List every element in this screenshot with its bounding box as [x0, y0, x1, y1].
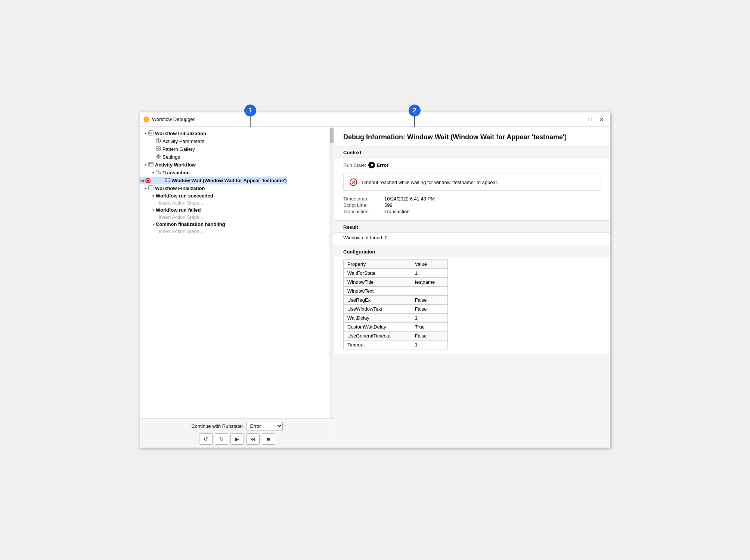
- config-property: UseGeneralTimeout: [344, 332, 411, 340]
- tree-item-pattern-gallery[interactable]: Pattern Gallery: [140, 145, 334, 153]
- config-table-row: WindowText: [344, 287, 448, 296]
- script-line-label: Script Line:: [343, 202, 384, 208]
- debug-header: Debug Information: Window Wait (Window W…: [334, 127, 610, 146]
- tree-item-insert-action-3: Insert Action Steps...: [140, 228, 334, 235]
- run-state-row: Run State: ✕ Error: [343, 160, 601, 171]
- arrow-icon: ▾: [151, 194, 156, 198]
- workflow-tree[interactable]: ▾ Workflow Initialization: [140, 127, 334, 419]
- config-property: WaitDelay: [344, 314, 411, 323]
- svg-rect-20: [159, 172, 161, 174]
- config-value: False: [411, 332, 447, 340]
- tree-label-pattern-gallery: Pattern Gallery: [162, 146, 195, 152]
- arrow-icon: ▾: [151, 208, 156, 212]
- main-content: ▾ Workflow Initialization: [140, 127, 610, 448]
- runstate-row: Continue with Runstate: Error Success No…: [191, 422, 282, 430]
- config-table-row: WaitForState1: [344, 269, 448, 278]
- stop-button[interactable]: ■: [262, 433, 275, 445]
- svg-rect-19: [156, 171, 158, 172]
- breakpoint-icon: [145, 178, 151, 183]
- transaction-label: Transaction:: [343, 209, 384, 214]
- runstate-select[interactable]: Error Success Normal: [246, 422, 283, 430]
- tree-item-insert-action-1: Insert Action Steps...: [140, 199, 334, 206]
- tree-label-settings: Settings: [162, 154, 180, 160]
- tree-item-workflow-init[interactable]: ▾ Workflow Initialization: [140, 130, 334, 137]
- config-value: 1: [411, 269, 447, 278]
- window-wait-icon: [165, 177, 170, 184]
- tree-item-activity-workflow[interactable]: ▾ Activity Workflow: [140, 161, 334, 169]
- svg-point-23: [168, 178, 170, 179]
- meta-grid: Timestamp: 10/24/2022 6:41:43 PM Script …: [343, 195, 601, 216]
- main-window: Workflow Debugger — □ ✕ ▾: [140, 112, 610, 448]
- pattern-gallery-icon: [156, 146, 161, 152]
- window-title: Workflow Debugger: [152, 116, 570, 122]
- arrow-icon: ▾: [151, 171, 156, 175]
- run-state-value: Error: [376, 162, 388, 168]
- result-section-body: Window not found: 0: [334, 232, 610, 245]
- config-table-row: UseRegExFalse: [344, 296, 448, 305]
- tree-item-activity-params[interactable]: Activity Parameters: [140, 137, 334, 145]
- tree-item-insert-action-2: Insert Action Steps...: [140, 214, 334, 221]
- tree-item-workflow-run-succeeded[interactable]: ▾ Workflow run succeeded: [140, 192, 334, 199]
- step-over-button[interactable]: ⏭: [246, 433, 260, 445]
- restart-button[interactable]: ↺: [199, 433, 213, 445]
- config-table-row: WindowTitletestname: [344, 278, 448, 287]
- config-table-row: WaitDelay1: [344, 314, 448, 323]
- svg-rect-12: [159, 147, 161, 149]
- config-property: WaitForState: [344, 269, 411, 278]
- tree-label-activity-workflow: Activity Workflow: [155, 162, 196, 168]
- config-value: 1: [411, 340, 447, 349]
- tree-label-workflow-finalization: Workflow Finalization: [155, 186, 205, 191]
- scrollbar[interactable]: [329, 127, 334, 418]
- error-x-icon: ✕: [368, 162, 375, 168]
- config-value: testname: [411, 278, 447, 287]
- error-message: Timeout reached while waiting for window…: [361, 180, 498, 185]
- svg-point-25: [168, 181, 170, 182]
- app-icon: [143, 116, 150, 123]
- svg-point-24: [165, 181, 167, 182]
- title-bar: Workflow Debugger — □ ✕: [140, 112, 610, 127]
- tree-label-common-finalization: Common finalization handling: [156, 221, 225, 227]
- tree-item-transaction[interactable]: ▾ Transaction: [140, 169, 334, 177]
- result-section: Result Window not found: 0: [334, 221, 610, 245]
- context-section-label: Context: [334, 146, 610, 158]
- svg-rect-26: [149, 186, 153, 190]
- tree-item-workflow-run-failed[interactable]: ▾ Workflow run failed: [140, 206, 334, 214]
- tree-label-insert-action-3: Insert Action Steps...: [159, 228, 203, 234]
- config-property: WindowText: [344, 287, 411, 296]
- activity-params-icon: [156, 138, 161, 144]
- config-property: WindowTitle: [344, 278, 411, 287]
- config-property: UseRegEx: [344, 296, 411, 305]
- maximize-button[interactable]: □: [585, 115, 595, 124]
- transaction-value: Transaction: [384, 209, 601, 214]
- config-property: UseWindowText: [344, 305, 411, 314]
- toolbar-buttons: ↺ ↻ ▶ ⏭ ■: [199, 433, 275, 445]
- svg-rect-11: [156, 147, 158, 149]
- minimize-button[interactable]: —: [573, 115, 583, 124]
- right-panel: Debug Information: Window Wait (Window W…: [334, 127, 610, 448]
- svg-point-4: [149, 132, 150, 133]
- current-step-indicator: ⇒: [140, 177, 151, 184]
- tree-item-common-finalization[interactable]: ▾ Common finalization handling: [140, 221, 334, 228]
- timestamp-value: 10/24/2022 6:41:43 PM: [384, 196, 601, 202]
- arrow-icon: ▾: [143, 187, 148, 190]
- workflow-finalization-icon: [148, 185, 154, 192]
- tree-label-activity-params: Activity Parameters: [162, 139, 204, 144]
- tree-item-settings[interactable]: Settings: [140, 153, 334, 161]
- play-button[interactable]: ▶: [230, 433, 244, 445]
- window-controls: — □ ✕: [573, 115, 607, 124]
- close-button[interactable]: ✕: [596, 115, 607, 124]
- bottom-bar: Continue with Runstate: Error Success No…: [140, 419, 334, 448]
- redo-button[interactable]: ↻: [215, 433, 228, 445]
- config-table-row: CustomWaitDelayTrue: [344, 323, 448, 332]
- tree-label-insert-action-2: Insert Action Steps...: [159, 214, 203, 220]
- result-value: Window not found: 0: [343, 235, 388, 240]
- config-value: False: [411, 296, 447, 305]
- context-section-body: Run State: ✕ Error ✕ Timeout reached whi…: [334, 158, 610, 220]
- svg-point-21: [165, 178, 169, 182]
- config-col-property: Property: [344, 260, 411, 269]
- tree-item-workflow-finalization[interactable]: ▾ Workflow Finalization: [140, 184, 334, 192]
- svg-rect-3: [149, 131, 153, 135]
- config-table-row: UseWindowTextFalse: [344, 305, 448, 314]
- tree-item-window-wait[interactable]: Window Wait (Window Wait for Appear 'tes…: [140, 177, 287, 184]
- run-state-label: Run State:: [343, 162, 366, 168]
